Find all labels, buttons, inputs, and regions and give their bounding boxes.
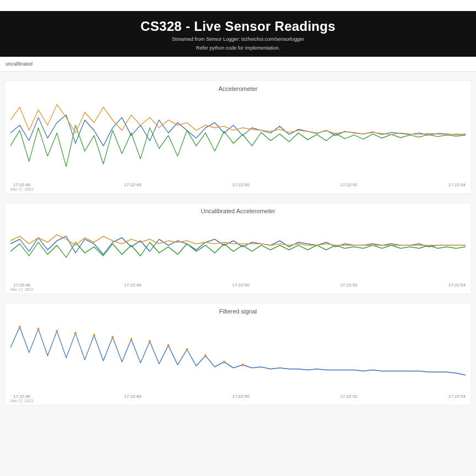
chart-plot-area[interactable]: 17:22:46Mar 17, 202317:22:4817:22:5017:2… [5, 317, 471, 405]
chart-title: Accelerometer [5, 81, 471, 94]
peak-marker [130, 338, 132, 341]
chart-panel-uncalibrated: Uncalibrated Accelerometer 17:22:46Mar 1… [4, 203, 472, 294]
x-tick: 17:22:48 [124, 394, 141, 403]
chart-svg [10, 94, 466, 177]
x-tick: 17:22:54 [448, 182, 466, 191]
chart-plot-area[interactable]: 17:22:46Mar 17, 202317:22:4817:22:5017:2… [5, 217, 471, 294]
peak-marker [167, 344, 170, 347]
chart-x-axis: 17:22:46Mar 17, 202317:22:4817:22:5017:2… [10, 394, 466, 403]
x-tick: 17:22:54 [448, 394, 466, 403]
x-tick: 17:22:46Mar 17, 2023 [10, 283, 33, 291]
chart-plot-area[interactable]: 17:22:46Mar 17, 202317:22:4817:22:5017:2… [5, 94, 471, 193]
peak-marker [74, 332, 77, 335]
peak-marker [186, 348, 188, 351]
x-tick: 17:22:52 [340, 394, 358, 403]
peak-marker [149, 340, 151, 343]
x-tick: 17:22:46Mar 17, 2023 [10, 182, 33, 191]
peak-marker [37, 328, 40, 331]
page-title: CS328 - Live Sensor Readings [6, 19, 470, 34]
page-header: CS328 - Live Sensor Readings Streamed fr… [0, 11, 476, 57]
page-subtitle-1: Streamed from Sensor Logger: tszheichoi.… [6, 36, 470, 43]
chart-panel-filtered: Filtered signal 17:22:46Mar 17, 202317:2… [4, 303, 472, 405]
x-tick: 17:22:48 [124, 283, 141, 291]
chart-x-axis: 17:22:46Mar 17, 202317:22:4817:22:5017:2… [10, 283, 466, 291]
peak-marker [56, 330, 58, 333]
peak-marker [241, 364, 244, 366]
chart-title: Uncalibrated Accelerometer [5, 203, 471, 217]
chart-svg [10, 317, 466, 388]
x-tick: 17:22:52 [340, 182, 358, 191]
peak-marker [223, 361, 225, 364]
x-tick: 17:22:54 [448, 283, 466, 291]
peak-marker [111, 336, 113, 339]
series-line-filtered [10, 327, 466, 375]
series-line-y [10, 126, 466, 167]
peak-marker [204, 354, 207, 357]
x-tick: 17:22:50 [232, 182, 249, 191]
subheader-label: uncalibrated [6, 61, 33, 67]
x-tick: 17:22:46Mar 17, 2023 [10, 394, 33, 403]
window-spacer [0, 0, 476, 11]
x-tick: 17:22:50 [232, 283, 249, 291]
chart-title: Filtered signal [5, 304, 471, 317]
peak-marker [19, 326, 21, 328]
x-tick: 17:22:48 [124, 182, 141, 191]
chart-x-axis: 17:22:46Mar 17, 202317:22:4817:22:5017:2… [10, 182, 466, 191]
page-subtitle-2: Refer python code for implementation. [6, 45, 470, 52]
series-line-x [10, 115, 466, 146]
x-tick: 17:22:50 [232, 394, 249, 403]
peak-marker [93, 334, 95, 337]
chart-svg [10, 217, 466, 277]
chart-panel-accelerometer: Accelerometer 17:22:46Mar 17, 202317:22:… [4, 80, 472, 194]
x-tick: 17:22:52 [340, 283, 358, 291]
subheader-bar: uncalibrated [0, 57, 476, 72]
series-line-z [10, 235, 466, 245]
